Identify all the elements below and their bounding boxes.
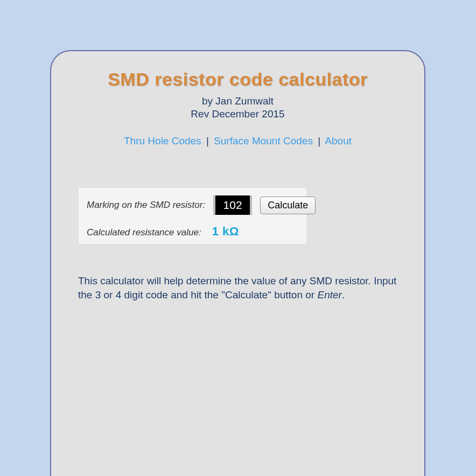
description-text: This calculator will help determine the … [78,274,397,302]
calculator-box: Marking on the SMD resistor: Calculate C… [78,187,307,244]
result-label: Calculated resistance value: [87,227,201,238]
description-part2: . [342,289,345,300]
author-line: by Jan Zumwalt [78,95,397,107]
result-row: Calculated resistance value: 1 kΩ [87,225,298,239]
input-row: Marking on the SMD resistor: Calculate [87,195,298,215]
description-part1: This calculator will help determine the … [78,275,396,300]
marking-label: Marking on the SMD resistor: [87,200,205,211]
nav-links: Thru Hole Codes | Surface Mount Codes | … [78,135,397,147]
marking-input[interactable] [213,195,252,215]
nav-separator: | [318,135,320,146]
nav-thru-hole[interactable]: Thru Hole Codes [124,135,201,146]
revision-line: Rev December 2015 [78,108,397,120]
result-value: 1 kΩ [212,225,239,239]
main-panel: SMD resistor code calculator by Jan Zumw… [50,50,425,476]
smd-input-wrap [213,195,252,215]
nav-about[interactable]: About [325,135,352,146]
description-enter: Enter [317,289,341,300]
page-title: SMD resistor code calculator [78,69,397,90]
calculate-button[interactable]: Calculate [260,197,316,214]
nav-surface-mount[interactable]: Surface Mount Codes [214,135,313,146]
nav-separator: | [206,135,209,146]
